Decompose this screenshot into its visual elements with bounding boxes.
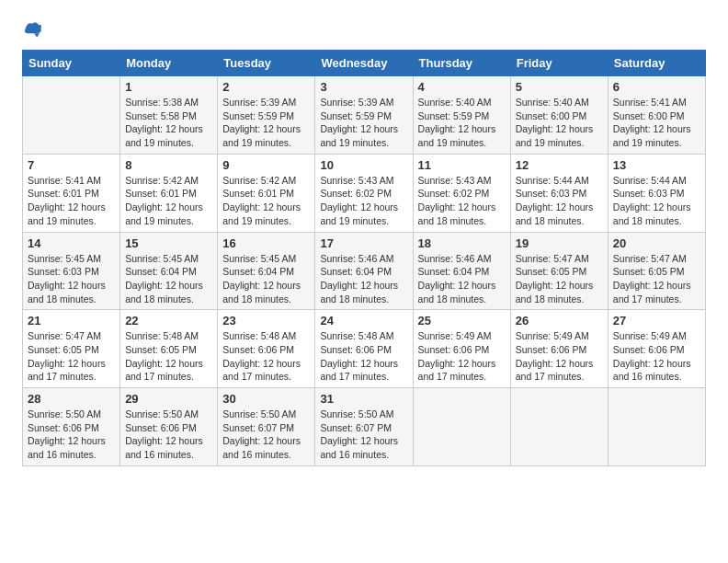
cell-content: Sunrise: 5:50 AM Sunset: 6:06 PM Dayligh… [125, 408, 212, 462]
calendar-week-row: 1Sunrise: 5:38 AM Sunset: 5:58 PM Daylig… [23, 76, 706, 155]
cell-content: Sunrise: 5:47 AM Sunset: 6:05 PM Dayligh… [28, 329, 115, 384]
day-number: 9 [222, 158, 310, 172]
cell-content: Sunrise: 5:49 AM Sunset: 6:06 PM Dayligh… [418, 329, 506, 384]
header-day-saturday: Saturday [608, 51, 705, 76]
logo [22, 18, 44, 40]
calendar-cell [23, 76, 120, 155]
day-number: 6 [613, 80, 700, 94]
day-number: 8 [125, 158, 212, 172]
calendar-cell: 8Sunrise: 5:42 AM Sunset: 6:01 PM Daylig… [120, 154, 218, 232]
calendar-cell: 22Sunrise: 5:48 AM Sunset: 6:05 PM Dayli… [120, 310, 218, 388]
calendar-cell: 26Sunrise: 5:49 AM Sunset: 6:06 PM Dayli… [510, 310, 608, 388]
cell-content: Sunrise: 5:43 AM Sunset: 6:02 PM Dayligh… [418, 174, 506, 228]
day-number: 3 [320, 80, 407, 94]
calendar-cell: 7Sunrise: 5:41 AM Sunset: 6:01 PM Daylig… [23, 154, 120, 232]
day-number: 28 [28, 392, 115, 406]
cell-content: Sunrise: 5:39 AM Sunset: 5:59 PM Dayligh… [222, 96, 310, 150]
calendar-week-row: 7Sunrise: 5:41 AM Sunset: 6:01 PM Daylig… [23, 154, 706, 232]
calendar-cell: 11Sunrise: 5:43 AM Sunset: 6:02 PM Dayli… [413, 154, 510, 232]
day-number: 22 [125, 314, 212, 327]
cell-content: Sunrise: 5:46 AM Sunset: 6:04 PM Dayligh… [418, 252, 506, 306]
header-day-tuesday: Tuesday [218, 51, 315, 76]
cell-content: Sunrise: 5:40 AM Sunset: 5:59 PM Dayligh… [418, 96, 506, 150]
cell-content: Sunrise: 5:43 AM Sunset: 6:02 PM Dayligh… [320, 174, 407, 228]
calendar-cell: 19Sunrise: 5:47 AM Sunset: 6:05 PM Dayli… [510, 232, 608, 310]
calendar-week-row: 28Sunrise: 5:50 AM Sunset: 6:06 PM Dayli… [23, 388, 706, 466]
day-number: 19 [516, 236, 603, 250]
cell-content: Sunrise: 5:45 AM Sunset: 6:04 PM Dayligh… [222, 252, 310, 306]
day-number: 4 [418, 80, 506, 94]
cell-content: Sunrise: 5:45 AM Sunset: 6:04 PM Dayligh… [125, 252, 212, 306]
cell-content: Sunrise: 5:48 AM Sunset: 6:06 PM Dayligh… [320, 329, 407, 384]
day-number: 13 [613, 158, 700, 172]
cell-content: Sunrise: 5:50 AM Sunset: 6:06 PM Dayligh… [28, 408, 115, 462]
calendar-cell: 9Sunrise: 5:42 AM Sunset: 6:01 PM Daylig… [218, 154, 315, 232]
calendar-cell: 28Sunrise: 5:50 AM Sunset: 6:06 PM Dayli… [23, 388, 120, 466]
calendar-cell [413, 388, 510, 466]
header-day-friday: Friday [510, 51, 608, 76]
calendar-cell [608, 388, 705, 466]
calendar-week-row: 21Sunrise: 5:47 AM Sunset: 6:05 PM Dayli… [23, 310, 706, 388]
calendar-cell: 30Sunrise: 5:50 AM Sunset: 6:07 PM Dayli… [218, 388, 315, 466]
calendar-cell: 24Sunrise: 5:48 AM Sunset: 6:06 PM Dayli… [315, 310, 413, 388]
calendar-table: SundayMondayTuesdayWednesdayThursdayFrid… [22, 50, 706, 466]
cell-content: Sunrise: 5:44 AM Sunset: 6:03 PM Dayligh… [613, 174, 700, 228]
day-number: 31 [320, 392, 407, 406]
calendar-cell: 29Sunrise: 5:50 AM Sunset: 6:06 PM Dayli… [120, 388, 218, 466]
calendar-cell: 4Sunrise: 5:40 AM Sunset: 5:59 PM Daylig… [413, 76, 510, 155]
day-number: 11 [418, 158, 506, 172]
calendar-cell: 16Sunrise: 5:45 AM Sunset: 6:04 PM Dayli… [218, 232, 315, 310]
calendar-cell: 14Sunrise: 5:45 AM Sunset: 6:03 PM Dayli… [23, 232, 120, 310]
calendar-cell: 13Sunrise: 5:44 AM Sunset: 6:03 PM Dayli… [608, 154, 705, 232]
cell-content: Sunrise: 5:50 AM Sunset: 6:07 PM Dayligh… [222, 408, 310, 462]
calendar-cell: 15Sunrise: 5:45 AM Sunset: 6:04 PM Dayli… [120, 232, 218, 310]
calendar-cell: 31Sunrise: 5:50 AM Sunset: 6:07 PM Dayli… [315, 388, 413, 466]
calendar-cell [510, 388, 608, 466]
day-number: 10 [320, 158, 407, 172]
logo-icon [22, 18, 42, 39]
cell-content: Sunrise: 5:48 AM Sunset: 6:06 PM Dayligh… [222, 329, 310, 384]
calendar-cell: 2Sunrise: 5:39 AM Sunset: 5:59 PM Daylig… [218, 76, 315, 155]
cell-content: Sunrise: 5:40 AM Sunset: 6:00 PM Dayligh… [516, 96, 603, 150]
calendar-cell: 27Sunrise: 5:49 AM Sunset: 6:06 PM Dayli… [608, 310, 705, 388]
day-number: 30 [222, 392, 310, 406]
cell-content: Sunrise: 5:49 AM Sunset: 6:06 PM Dayligh… [613, 329, 700, 384]
day-number: 12 [516, 158, 603, 172]
header-day-thursday: Thursday [413, 51, 510, 76]
cell-content: Sunrise: 5:47 AM Sunset: 6:05 PM Dayligh… [516, 252, 603, 306]
day-number: 20 [613, 236, 700, 250]
day-number: 5 [516, 80, 603, 94]
day-number: 25 [418, 314, 506, 327]
day-number: 17 [320, 236, 407, 250]
day-number: 29 [125, 392, 212, 406]
day-number: 18 [418, 236, 506, 250]
cell-content: Sunrise: 5:39 AM Sunset: 5:59 PM Dayligh… [320, 96, 407, 150]
calendar-cell: 20Sunrise: 5:47 AM Sunset: 6:05 PM Dayli… [608, 232, 705, 310]
calendar-cell: 1Sunrise: 5:38 AM Sunset: 5:58 PM Daylig… [120, 76, 218, 155]
calendar-cell: 25Sunrise: 5:49 AM Sunset: 6:06 PM Dayli… [413, 310, 510, 388]
cell-content: Sunrise: 5:45 AM Sunset: 6:03 PM Dayligh… [28, 252, 115, 306]
calendar-cell: 21Sunrise: 5:47 AM Sunset: 6:05 PM Dayli… [23, 310, 120, 388]
calendar-header-row: SundayMondayTuesdayWednesdayThursdayFrid… [23, 51, 706, 76]
day-number: 26 [516, 314, 603, 327]
cell-content: Sunrise: 5:50 AM Sunset: 6:07 PM Dayligh… [320, 408, 407, 462]
calendar-cell: 18Sunrise: 5:46 AM Sunset: 6:04 PM Dayli… [413, 232, 510, 310]
day-number: 1 [125, 80, 212, 94]
day-number: 24 [320, 314, 407, 327]
cell-content: Sunrise: 5:46 AM Sunset: 6:04 PM Dayligh… [320, 252, 407, 306]
cell-content: Sunrise: 5:42 AM Sunset: 6:01 PM Dayligh… [222, 174, 310, 228]
header-day-sunday: Sunday [23, 51, 120, 76]
cell-content: Sunrise: 5:49 AM Sunset: 6:06 PM Dayligh… [516, 329, 603, 384]
day-number: 21 [28, 314, 115, 327]
calendar-cell: 23Sunrise: 5:48 AM Sunset: 6:06 PM Dayli… [218, 310, 315, 388]
day-number: 7 [28, 158, 115, 172]
calendar-cell: 5Sunrise: 5:40 AM Sunset: 6:00 PM Daylig… [510, 76, 608, 155]
header-day-monday: Monday [120, 51, 218, 76]
calendar-cell: 3Sunrise: 5:39 AM Sunset: 5:59 PM Daylig… [315, 76, 413, 155]
cell-content: Sunrise: 5:47 AM Sunset: 6:05 PM Dayligh… [613, 252, 700, 306]
cell-content: Sunrise: 5:41 AM Sunset: 6:01 PM Dayligh… [28, 174, 115, 228]
page-header [22, 18, 706, 40]
day-number: 27 [613, 314, 700, 327]
day-number: 14 [28, 236, 115, 250]
calendar-cell: 6Sunrise: 5:41 AM Sunset: 6:00 PM Daylig… [608, 76, 705, 155]
